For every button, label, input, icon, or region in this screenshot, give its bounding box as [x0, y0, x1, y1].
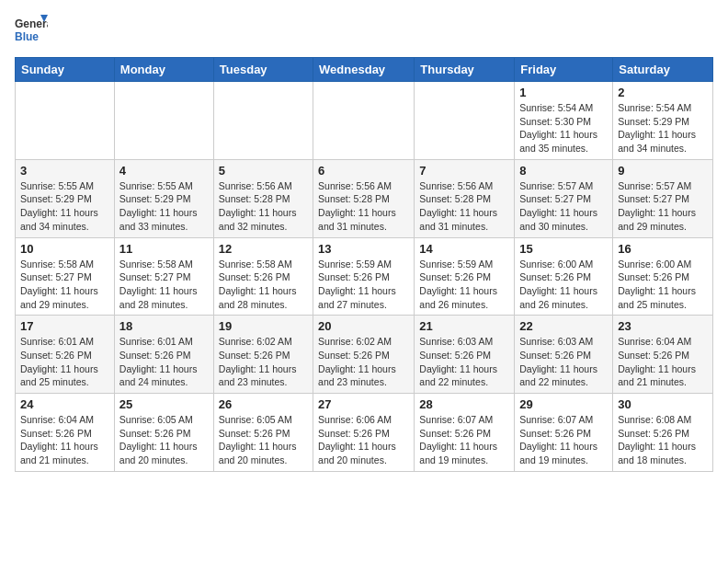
day-info: Sunrise: 6:01 AMSunset: 5:26 PMDaylight:… — [20, 335, 109, 389]
calendar-cell: 29Sunrise: 6:07 AMSunset: 5:26 PMDayligh… — [515, 394, 613, 472]
day-number: 13 — [318, 242, 409, 256]
logo-container: General Blue — [15, 15, 48, 48]
calendar-cell — [213, 82, 313, 160]
day-info: Sunrise: 5:55 AMSunset: 5:29 PMDaylight:… — [20, 179, 109, 234]
calendar-cell: 17Sunrise: 6:01 AMSunset: 5:26 PMDayligh… — [16, 316, 115, 394]
calendar-cell: 12Sunrise: 5:58 AMSunset: 5:26 PMDayligh… — [213, 237, 313, 316]
day-number: 10 — [20, 242, 109, 256]
day-number: 2 — [618, 86, 708, 99]
calendar-cell: 18Sunrise: 6:01 AMSunset: 5:26 PMDayligh… — [114, 316, 213, 394]
day-number: 24 — [20, 397, 109, 411]
col-header-friday: Friday — [515, 58, 613, 82]
day-number: 4 — [119, 164, 209, 178]
calendar-cell: 14Sunrise: 5:59 AMSunset: 5:26 PMDayligh… — [415, 237, 515, 316]
day-number: 7 — [419, 164, 509, 178]
day-info: Sunrise: 5:59 AMSunset: 5:26 PMDaylight:… — [419, 258, 509, 312]
day-number: 15 — [519, 242, 608, 256]
day-info: Sunrise: 5:56 AMSunset: 5:28 PMDaylight:… — [318, 179, 409, 234]
day-info: Sunrise: 6:05 AMSunset: 5:26 PMDaylight:… — [219, 413, 308, 467]
day-info: Sunrise: 5:58 AMSunset: 5:27 PMDaylight:… — [20, 258, 109, 312]
day-info: Sunrise: 6:03 AMSunset: 5:26 PMDaylight:… — [419, 335, 509, 389]
day-info: Sunrise: 5:55 AMSunset: 5:29 PMDaylight:… — [119, 179, 209, 234]
calendar-cell: 21Sunrise: 6:03 AMSunset: 5:26 PMDayligh… — [415, 316, 515, 394]
day-number: 8 — [519, 164, 608, 178]
calendar-cell: 26Sunrise: 6:05 AMSunset: 5:26 PMDayligh… — [213, 394, 313, 472]
week-row-4: 17Sunrise: 6:01 AMSunset: 5:26 PMDayligh… — [16, 316, 713, 394]
calendar-cell: 11Sunrise: 5:58 AMSunset: 5:27 PMDayligh… — [114, 237, 213, 316]
calendar-cell: 25Sunrise: 6:05 AMSunset: 5:26 PMDayligh… — [114, 394, 213, 472]
day-info: Sunrise: 6:04 AMSunset: 5:26 PMDaylight:… — [20, 413, 109, 467]
day-info: Sunrise: 6:00 AMSunset: 5:26 PMDaylight:… — [618, 258, 708, 312]
day-info: Sunrise: 6:04 AMSunset: 5:26 PMDaylight:… — [618, 335, 708, 389]
day-info: Sunrise: 6:07 AMSunset: 5:26 PMDaylight:… — [519, 413, 608, 467]
calendar-cell: 6Sunrise: 5:56 AMSunset: 5:28 PMDaylight… — [313, 159, 415, 237]
day-number: 28 — [419, 397, 509, 411]
day-info: Sunrise: 6:07 AMSunset: 5:26 PMDaylight:… — [419, 413, 509, 467]
calendar-cell: 28Sunrise: 6:07 AMSunset: 5:26 PMDayligh… — [415, 394, 515, 472]
calendar-cell: 5Sunrise: 5:56 AMSunset: 5:28 PMDaylight… — [213, 159, 313, 237]
day-info: Sunrise: 5:59 AMSunset: 5:26 PMDaylight:… — [318, 258, 409, 312]
day-number: 11 — [119, 242, 209, 256]
day-number: 30 — [618, 397, 708, 411]
day-number: 1 — [519, 86, 608, 99]
day-number: 9 — [618, 164, 708, 178]
week-row-3: 10Sunrise: 5:58 AMSunset: 5:27 PMDayligh… — [16, 237, 713, 316]
calendar-table: SundayMondayTuesdayWednesdayThursdayFrid… — [15, 57, 713, 472]
calendar-cell — [415, 82, 515, 160]
day-info: Sunrise: 5:56 AMSunset: 5:28 PMDaylight:… — [219, 179, 308, 234]
day-number: 3 — [20, 164, 109, 178]
day-info: Sunrise: 6:06 AMSunset: 5:26 PMDaylight:… — [318, 413, 409, 467]
logo-icon: General Blue — [15, 15, 48, 48]
day-info: Sunrise: 5:57 AMSunset: 5:27 PMDaylight:… — [519, 179, 608, 234]
day-info: Sunrise: 6:01 AMSunset: 5:26 PMDaylight:… — [119, 335, 209, 389]
day-number: 14 — [419, 242, 509, 256]
week-row-5: 24Sunrise: 6:04 AMSunset: 5:26 PMDayligh… — [16, 394, 713, 472]
calendar-cell: 20Sunrise: 6:02 AMSunset: 5:26 PMDayligh… — [313, 316, 415, 394]
col-header-monday: Monday — [114, 58, 213, 82]
col-header-thursday: Thursday — [415, 58, 515, 82]
day-number: 22 — [519, 319, 608, 333]
day-info: Sunrise: 5:54 AMSunset: 5:30 PMDaylight:… — [519, 101, 608, 155]
week-row-2: 3Sunrise: 5:55 AMSunset: 5:29 PMDaylight… — [16, 159, 713, 237]
day-number: 16 — [618, 242, 708, 256]
week-row-1: 1Sunrise: 5:54 AMSunset: 5:30 PMDaylight… — [16, 82, 713, 160]
calendar-cell: 4Sunrise: 5:55 AMSunset: 5:29 PMDaylight… — [114, 159, 213, 237]
col-header-saturday: Saturday — [613, 58, 713, 82]
day-number: 5 — [219, 164, 308, 178]
calendar-cell: 22Sunrise: 6:03 AMSunset: 5:26 PMDayligh… — [515, 316, 613, 394]
calendar-cell: 30Sunrise: 6:08 AMSunset: 5:26 PMDayligh… — [613, 394, 713, 472]
day-info: Sunrise: 6:05 AMSunset: 5:26 PMDaylight:… — [119, 413, 209, 467]
day-number: 19 — [219, 319, 308, 333]
calendar-cell: 8Sunrise: 5:57 AMSunset: 5:27 PMDaylight… — [515, 159, 613, 237]
page: General Blue SundayMondayTuesdayWednesda… — [0, 0, 728, 487]
calendar-cell — [16, 82, 115, 160]
calendar-cell: 10Sunrise: 5:58 AMSunset: 5:27 PMDayligh… — [16, 237, 115, 316]
calendar-cell: 1Sunrise: 5:54 AMSunset: 5:30 PMDaylight… — [515, 82, 613, 160]
calendar-cell: 23Sunrise: 6:04 AMSunset: 5:26 PMDayligh… — [613, 316, 713, 394]
svg-text:Blue: Blue — [15, 30, 39, 43]
day-info: Sunrise: 6:02 AMSunset: 5:26 PMDaylight:… — [318, 335, 409, 389]
day-info: Sunrise: 5:58 AMSunset: 5:27 PMDaylight:… — [119, 258, 209, 312]
day-number: 25 — [119, 397, 209, 411]
col-header-wednesday: Wednesday — [313, 58, 415, 82]
calendar-cell: 13Sunrise: 5:59 AMSunset: 5:26 PMDayligh… — [313, 237, 415, 316]
col-header-sunday: Sunday — [16, 58, 115, 82]
calendar-cell: 3Sunrise: 5:55 AMSunset: 5:29 PMDaylight… — [16, 159, 115, 237]
logo: General Blue — [15, 15, 48, 48]
day-number: 27 — [318, 397, 409, 411]
calendar-cell: 19Sunrise: 6:02 AMSunset: 5:26 PMDayligh… — [213, 316, 313, 394]
day-info: Sunrise: 6:00 AMSunset: 5:26 PMDaylight:… — [519, 258, 608, 312]
calendar-cell — [313, 82, 415, 160]
calendar-cell: 2Sunrise: 5:54 AMSunset: 5:29 PMDaylight… — [613, 82, 713, 160]
calendar-cell: 15Sunrise: 6:00 AMSunset: 5:26 PMDayligh… — [515, 237, 613, 316]
day-info: Sunrise: 5:56 AMSunset: 5:28 PMDaylight:… — [419, 179, 509, 234]
day-number: 12 — [219, 242, 308, 256]
calendar-header-row: SundayMondayTuesdayWednesdayThursdayFrid… — [16, 58, 713, 82]
day-number: 21 — [419, 319, 509, 333]
day-number: 26 — [219, 397, 308, 411]
day-number: 29 — [519, 397, 608, 411]
calendar-cell: 27Sunrise: 6:06 AMSunset: 5:26 PMDayligh… — [313, 394, 415, 472]
day-info: Sunrise: 6:02 AMSunset: 5:26 PMDaylight:… — [219, 335, 308, 389]
day-number: 20 — [318, 319, 409, 333]
col-header-tuesday: Tuesday — [213, 58, 313, 82]
